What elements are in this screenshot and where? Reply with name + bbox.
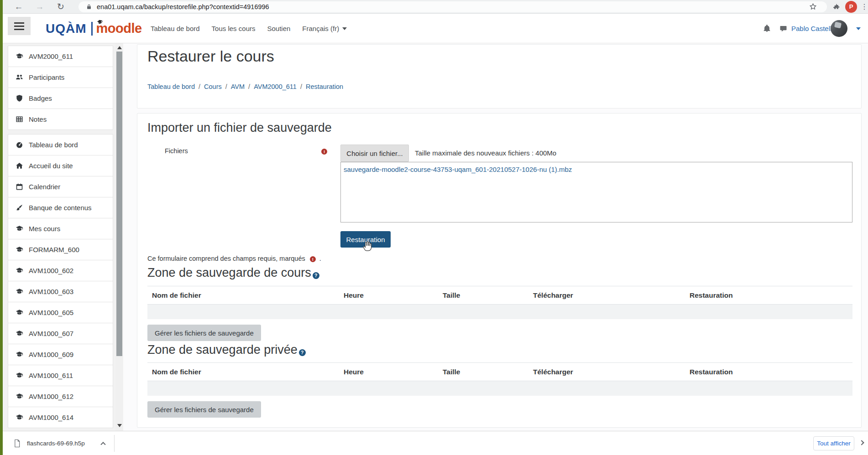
- chevron-right-icon[interactable]: [859, 440, 864, 445]
- max-file-size-text: Taille maximale des nouveaux fichiers : …: [415, 149, 556, 157]
- bookmark-star-icon[interactable]: [809, 3, 817, 10]
- browser-forward-button[interactable]: →: [34, 0, 46, 14]
- private-zone-heading: Zone de sauvegarde privée?: [147, 343, 306, 357]
- user-menu-caret-icon[interactable]: [856, 27, 861, 30]
- sidebar-item-site-home[interactable]: Accueil du site: [8, 155, 113, 176]
- sidebar-item-dashboard[interactable]: Tableau de bord: [8, 134, 113, 155]
- sidebar-item-participants[interactable]: Participants: [8, 67, 113, 88]
- file-drop-area[interactable]: sauvegarde-moodle2-course-43753-uqam_601…: [340, 162, 852, 222]
- downloads-bar: flashcards-69-69.h5p Tout afficher: [0, 431, 868, 455]
- messages-chat-icon[interactable]: [779, 25, 787, 32]
- shield-icon: [16, 94, 23, 102]
- chevron-up-icon[interactable]: [100, 442, 105, 447]
- browser-toolbar: ← → ↻ ena01.uqam.ca/backup/restorefile.p…: [0, 0, 868, 14]
- column-time: Heure: [339, 363, 438, 381]
- required-fields-note: Ce formulaire comprend des champs requis…: [147, 255, 321, 262]
- breadcrumb-course[interactable]: AVM2000_611: [254, 83, 297, 90]
- private-zone-table: Nom de fichier Heure Taille Télécharger …: [147, 362, 852, 396]
- mouse-cursor: [362, 240, 374, 252]
- required-field-icon: !: [310, 256, 316, 262]
- lock-icon: [86, 4, 92, 10]
- sidebar-item-course-avm1000-611[interactable]: AVM1000_611: [8, 365, 113, 386]
- breadcrumb-separator: /: [225, 83, 227, 90]
- extensions-puzzle-icon[interactable]: [833, 3, 841, 10]
- navbar-link-support[interactable]: Soutien: [267, 25, 290, 32]
- navbar-links: Tableau de bord Tous les cours Soutien F…: [151, 14, 347, 43]
- manage-backup-files-button[interactable]: Gérer les fichiers de sauvegarde: [147, 325, 261, 341]
- hamburger-menu-button[interactable]: [8, 17, 31, 35]
- selected-file-link[interactable]: sauvegarde-moodle2-course-43753-uqam_601…: [344, 165, 572, 173]
- uqam-logo-text: UQÀM: [46, 21, 87, 36]
- graduation-cap-icon: [16, 393, 23, 400]
- chevron-down-icon: [342, 27, 347, 30]
- browser-profile-avatar[interactable]: P: [845, 1, 857, 13]
- sidebar-item-course-formarm-600[interactable]: FORMARM_600: [8, 239, 113, 260]
- graduation-cap-icon: [16, 267, 23, 274]
- column-download: Télécharger: [528, 286, 685, 305]
- page-scrollbar[interactable]: [115, 43, 123, 431]
- sidebar-item-my-courses[interactable]: Mes cours: [8, 218, 113, 239]
- navbar-link-all-courses[interactable]: Tous les cours: [212, 25, 256, 32]
- sidebar-item-notes[interactable]: Notes: [8, 109, 113, 130]
- sidebar-item-course-avm1000-614[interactable]: AVM1000_614: [8, 407, 113, 428]
- user-name-link[interactable]: Pablo Castell: [791, 14, 831, 43]
- column-filename: Nom de fichier: [147, 286, 339, 305]
- column-restore: Restauration: [685, 363, 852, 381]
- page-header-card: Restaurer le cours Tableau de bord/Cours…: [137, 44, 862, 109]
- user-avatar[interactable]: [831, 20, 847, 37]
- users-icon: [16, 73, 23, 81]
- breadcrumb-avm[interactable]: AVM: [231, 83, 245, 90]
- browser-menu-icon[interactable]: ⋮: [861, 0, 867, 14]
- show-all-downloads-button[interactable]: Tout afficher: [813, 436, 854, 450]
- sidebar-item-content-bank[interactable]: Banque de contenus: [8, 197, 113, 218]
- language-menu[interactable]: Français (fr): [302, 25, 347, 32]
- breadcrumb-restore[interactable]: Restauration: [306, 83, 343, 90]
- graduation-cap-icon: [16, 225, 23, 233]
- graduation-cap-icon: [16, 52, 23, 60]
- browser-back-button[interactable]: ←: [13, 0, 25, 14]
- sidebar-item-course-avm1000-602[interactable]: AVM1000_602: [8, 260, 113, 281]
- sidebar-item-course-avm2000-611[interactable]: AVM2000_611: [8, 46, 113, 67]
- sidebar-item-course-avm1000-609[interactable]: AVM1000_609: [8, 344, 113, 365]
- logo-divider: [91, 22, 93, 36]
- scrollbar-up-arrow-icon[interactable]: [117, 46, 122, 49]
- nav-drawer: AVM2000_611 Participants Badges Notes Ta…: [3, 43, 115, 431]
- downloads-divider: [114, 435, 115, 452]
- address-bar[interactable]: ena01.uqam.ca/backup/restorefile.php?con…: [78, 1, 827, 12]
- breadcrumb-separator: /: [300, 83, 302, 90]
- graduation-cap-icon: [16, 372, 23, 379]
- sidebar-item-course-avm1000-612[interactable]: AVM1000_612: [8, 386, 113, 407]
- help-icon[interactable]: ?: [299, 349, 306, 356]
- graduation-cap-icon: [16, 288, 23, 295]
- sidebar-item-course-avm1000-605[interactable]: AVM1000_605: [8, 302, 113, 323]
- browser-refresh-button[interactable]: ↻: [55, 0, 67, 14]
- sidebar-item-course-avm1000-603[interactable]: AVM1000_603: [8, 281, 113, 302]
- manage-backup-files-button[interactable]: Gérer les fichiers de sauvegarde: [147, 401, 261, 418]
- column-filename: Nom de fichier: [147, 363, 339, 381]
- url-text[interactable]: ena01.uqam.ca/backup/restorefile.php?con…: [97, 1, 269, 12]
- column-restore: Restauration: [685, 286, 852, 305]
- required-field-icon: !: [321, 149, 327, 155]
- graduation-cap-icon: [16, 351, 23, 358]
- files-field-label: Fichiers: [165, 147, 188, 155]
- breadcrumb-courses[interactable]: Cours: [204, 83, 222, 90]
- choose-file-button[interactable]: Choisir un fichier...: [340, 145, 409, 162]
- notifications-bell-icon[interactable]: [763, 25, 771, 32]
- sidebar-item-course-avm1000-607[interactable]: AVM1000_607: [8, 323, 113, 344]
- scrollbar-down-arrow-icon[interactable]: [117, 424, 122, 427]
- scrollbar-thumb[interactable]: [116, 52, 122, 356]
- sidebar-item-calendar[interactable]: Calendrier: [8, 176, 113, 197]
- gauge-icon: [16, 141, 23, 149]
- import-section-heading: Importer un fichier de sauvegarde: [147, 121, 332, 135]
- site-logo[interactable]: UQÀM moodle: [46, 14, 142, 43]
- graduation-cap-icon: [16, 246, 23, 253]
- sidebar-item-badges[interactable]: Badges: [8, 88, 113, 109]
- empty-table-row: [147, 381, 852, 396]
- calendar-icon: [16, 183, 23, 191]
- navbar-link-dashboard[interactable]: Tableau de bord: [151, 25, 200, 32]
- downloaded-file-chip[interactable]: flashcards-69-69.h5p: [8, 434, 110, 452]
- breadcrumb-dashboard[interactable]: Tableau de bord: [147, 83, 195, 90]
- table-header-row: Nom de fichier Heure Taille Télécharger …: [147, 286, 852, 305]
- breadcrumb-separator: /: [248, 83, 250, 90]
- help-icon[interactable]: ?: [313, 272, 319, 279]
